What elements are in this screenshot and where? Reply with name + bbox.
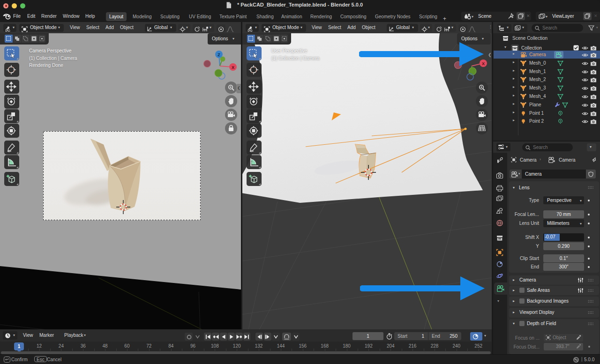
- svg-text:X: X: [232, 65, 234, 70]
- svg-text:Z: Z: [218, 52, 220, 57]
